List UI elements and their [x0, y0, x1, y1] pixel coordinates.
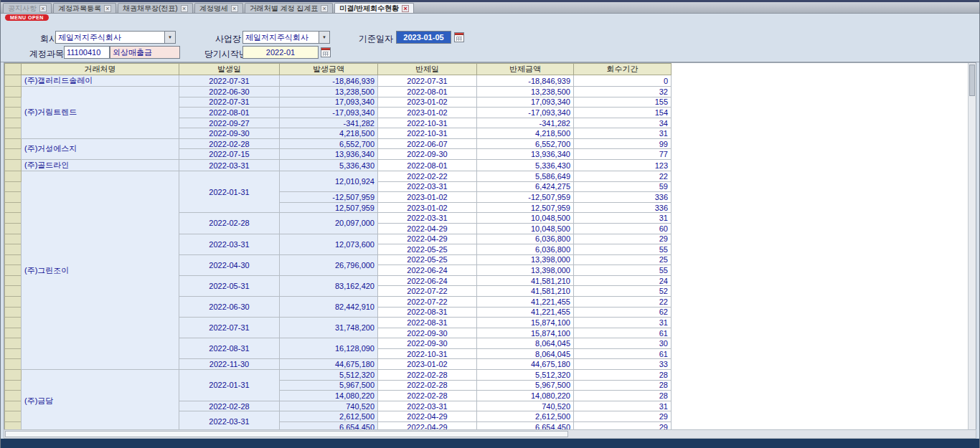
occur-date-cell[interactable]: 2022-08-01	[179, 108, 280, 118]
row-selector[interactable]	[5, 328, 22, 338]
settle-date-cell[interactable]: 2022-07-31	[378, 75, 477, 87]
occur-amount-cell[interactable]: 16,128,090	[280, 338, 378, 359]
row-selector[interactable]	[5, 244, 22, 255]
settle-date-cell[interactable]: 2022-08-31	[378, 307, 477, 318]
occur-amount-cell[interactable]: 20,097,000	[280, 213, 378, 234]
collect-days-cell[interactable]: 29	[574, 411, 672, 422]
occur-amount-cell[interactable]: 83,162,420	[280, 275, 378, 296]
occur-amount-cell[interactable]: 6,552,700	[280, 138, 378, 149]
horizontal-scrollbar-thumb[interactable]	[5, 431, 568, 437]
customer-cell[interactable]: (주)그린조이	[22, 171, 179, 370]
settle-date-cell[interactable]: 2022-04-29	[378, 411, 477, 422]
row-selector[interactable]	[5, 318, 22, 328]
vertical-scrollbar[interactable]	[968, 63, 976, 429]
settle-amount-cell[interactable]: 15,874,100	[477, 328, 574, 338]
occur-date-cell[interactable]: 2022-05-31	[179, 275, 280, 296]
collect-days-cell[interactable]: 62	[574, 307, 672, 318]
row-selector[interactable]	[5, 138, 22, 149]
collect-days-cell[interactable]: 61	[574, 328, 672, 338]
collect-days-cell[interactable]: 33	[574, 359, 672, 370]
occur-amount-cell[interactable]: 44,675,180	[280, 359, 378, 370]
settle-date-cell[interactable]: 2022-06-07	[378, 138, 477, 149]
occur-date-cell[interactable]: 2022-03-31	[179, 234, 280, 254]
settle-amount-cell[interactable]: 6,552,700	[477, 138, 574, 149]
settle-amount-cell[interactable]: 12,507,959	[477, 202, 574, 213]
collect-days-cell[interactable]: 336	[574, 202, 672, 213]
collect-days-cell[interactable]: 55	[574, 265, 672, 276]
account-name-input[interactable]	[110, 46, 180, 59]
occur-date-cell[interactable]: 2022-01-31	[179, 171, 280, 213]
grid-row[interactable]: (주)거성에스지2022-02-286,552,7002022-06-076,5…	[5, 138, 672, 149]
collect-days-cell[interactable]: 28	[574, 391, 672, 401]
row-selector[interactable]	[5, 97, 22, 108]
occur-date-cell[interactable]: 2022-06-30	[179, 296, 280, 317]
row-selector[interactable]	[5, 401, 22, 411]
company-select[interactable]: 제일저지주식회사 ▼	[55, 31, 176, 44]
collect-days-cell[interactable]: 28	[574, 380, 672, 391]
settle-amount-cell[interactable]: 10,048,500	[477, 213, 574, 224]
collect-days-cell[interactable]: 59	[574, 181, 672, 192]
row-selector[interactable]	[5, 391, 22, 401]
settle-date-cell[interactable]: 2022-02-22	[378, 171, 477, 182]
occur-amount-cell[interactable]: 31,748,200	[280, 318, 378, 338]
collect-days-cell[interactable]: 52	[574, 286, 672, 297]
settle-amount-cell[interactable]: 17,093,340	[477, 97, 574, 108]
occur-date-cell[interactable]: 2022-09-27	[179, 118, 280, 128]
row-selector[interactable]	[5, 108, 22, 118]
settle-amount-cell[interactable]: 13,398,000	[477, 265, 574, 276]
occur-amount-cell[interactable]: 12,507,959	[280, 202, 378, 213]
collect-days-cell[interactable]: 30	[574, 338, 672, 349]
tab-close-icon[interactable]: ×	[104, 5, 111, 12]
occur-amount-cell[interactable]: -341,282	[280, 118, 378, 128]
settle-amount-cell[interactable]: 44,675,180	[477, 359, 574, 370]
collect-days-cell[interactable]: 22	[574, 171, 672, 182]
chevron-down-icon[interactable]: ▼	[319, 32, 329, 43]
calendar-icon[interactable]	[454, 32, 464, 42]
settle-amount-cell[interactable]: -12,507,959	[477, 192, 574, 203]
menu-open-button[interactable]: MENU OPEN	[5, 14, 49, 21]
row-selector[interactable]	[5, 359, 22, 370]
occur-date-cell[interactable]: 2022-08-31	[179, 338, 280, 359]
settle-amount-cell[interactable]: 5,512,320	[477, 370, 574, 381]
settle-date-cell[interactable]: 2022-03-31	[378, 401, 477, 411]
occur-date-cell[interactable]: 2022-02-28	[179, 401, 280, 411]
vertical-scrollbar-thumb[interactable]	[969, 65, 975, 96]
settle-date-cell[interactable]: 2022-06-24	[378, 265, 477, 276]
settle-amount-cell[interactable]: 5,336,430	[477, 160, 574, 171]
row-selector[interactable]	[5, 223, 22, 234]
base-date-input[interactable]	[396, 31, 451, 44]
settle-date-cell[interactable]: 2022-04-29	[378, 234, 477, 244]
tab-3[interactable]: 채권채무장(전표)×	[118, 3, 193, 13]
occur-amount-cell[interactable]: 740,520	[280, 401, 378, 411]
row-selector[interactable]	[5, 87, 22, 97]
tab-1[interactable]: 공지사항×	[3, 3, 52, 13]
settle-amount-cell[interactable]: 10,048,500	[477, 223, 574, 234]
row-selector[interactable]	[5, 411, 22, 422]
occur-amount-cell[interactable]: -12,507,959	[280, 192, 378, 203]
collect-days-cell[interactable]: 31	[574, 213, 672, 224]
horizontal-scrollbar[interactable]	[4, 429, 976, 439]
collect-days-cell[interactable]: 99	[574, 138, 672, 149]
collect-days-cell[interactable]: 28	[574, 370, 672, 381]
collect-days-cell[interactable]: 25	[574, 254, 672, 265]
row-selector[interactable]	[5, 149, 22, 160]
row-selector[interactable]	[5, 348, 22, 359]
settle-amount-cell[interactable]: -17,093,340	[477, 108, 574, 118]
settle-amount-cell[interactable]: 6,424,275	[477, 181, 574, 192]
occur-date-cell[interactable]: 2022-01-31	[179, 370, 280, 401]
settle-date-cell[interactable]: 2022-09-30	[378, 328, 477, 338]
row-selector[interactable]	[5, 254, 22, 265]
occur-date-cell[interactable]: 2022-03-31	[179, 411, 280, 429]
customer-cell[interactable]: (주)골드라인	[22, 160, 179, 171]
settle-date-cell[interactable]: 2022-04-29	[378, 421, 477, 429]
settle-amount-cell[interactable]: 14,080,220	[477, 391, 574, 401]
grid-row[interactable]: (주)그린조이2022-01-3112,010,9242022-02-225,5…	[5, 171, 672, 182]
settle-date-cell[interactable]: 2022-09-30	[378, 338, 477, 349]
collect-days-cell[interactable]: 61	[574, 348, 672, 359]
row-selector[interactable]	[5, 296, 22, 307]
row-selector[interactable]	[5, 213, 22, 224]
occur-amount-cell[interactable]: 5,512,320	[280, 370, 378, 381]
settle-date-cell[interactable]: 2022-03-31	[378, 213, 477, 224]
settle-date-cell[interactable]: 2023-01-02	[378, 359, 477, 370]
settle-date-cell[interactable]: 2022-08-01	[378, 160, 477, 171]
